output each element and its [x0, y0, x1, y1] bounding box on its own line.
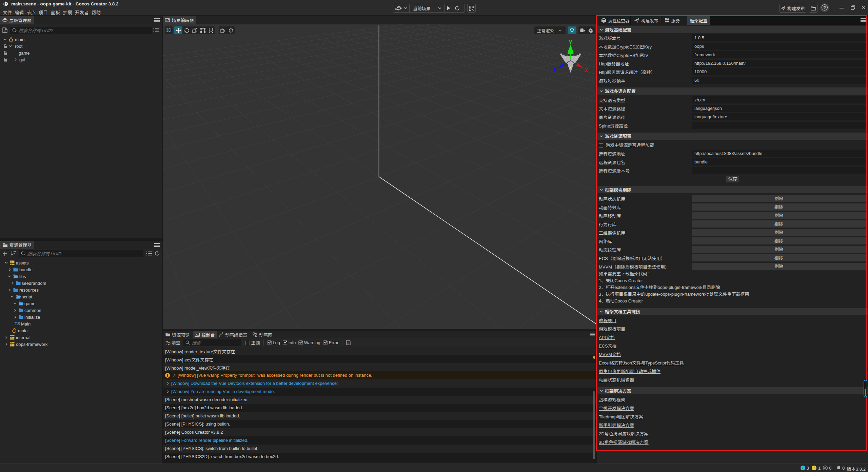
svg-text:X: X: [585, 67, 588, 73]
svg-text:Y: Y: [569, 40, 572, 45]
svg-text:Z: Z: [553, 67, 556, 73]
svg-text:i: i: [803, 466, 804, 470]
